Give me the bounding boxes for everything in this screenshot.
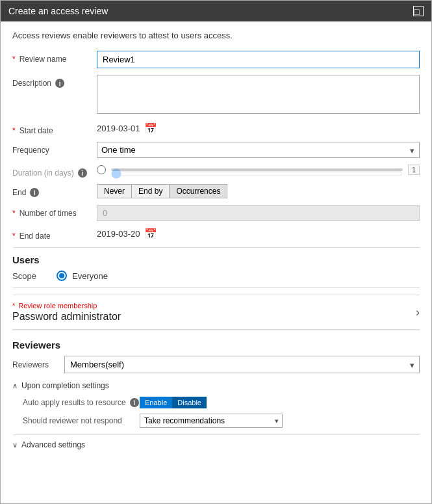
advanced-title: Advanced settings [21, 440, 85, 449]
end-date-calendar-icon[interactable]: 📅 [144, 228, 157, 240]
scope-row: Scope Everyone [12, 271, 420, 281]
start-date-calendar-icon[interactable]: 📅 [144, 122, 157, 135]
completion-section: ∧ Upon completion settings Auto apply re… [12, 381, 420, 428]
description-input[interactable] [97, 75, 420, 114]
reviewers-select[interactable]: Members(self) Managers Specific users [64, 356, 420, 373]
auto-apply-label: Auto apply results to resource i [23, 398, 140, 407]
start-date-label: * Start date [12, 122, 97, 135]
end-date-row: * End date 2019-03-20 📅 [12, 228, 420, 241]
review-name-label: * Review name [12, 51, 97, 64]
role-value: Password administrator [12, 311, 121, 323]
description-info-icon: i [55, 79, 64, 88]
scope-label: Scope [12, 271, 51, 281]
auto-apply-info-icon: i [130, 398, 139, 407]
completion-header[interactable]: ∧ Upon completion settings [12, 381, 420, 390]
review-name-control [97, 51, 420, 68]
not-respond-row: Should reviewer not respond Take recomme… [23, 414, 420, 428]
description-label: Description i [12, 75, 97, 88]
role-sublabel: * Review role membership [12, 302, 121, 310]
frequency-select[interactable]: One time Weekly Monthly Quarterly Annual… [97, 142, 420, 158]
not-respond-label: Should reviewer not respond [23, 416, 140, 425]
divider-1 [12, 247, 420, 248]
completion-title: Upon completion settings [21, 381, 109, 390]
number-times-label: * Number of times [12, 205, 97, 218]
auto-apply-row: Auto apply results to resource i Enable … [23, 397, 420, 408]
window-title: Create an access review [8, 6, 108, 16]
description-control [97, 75, 420, 116]
number-times-input[interactable]: 0 [97, 205, 420, 221]
end-date-value: 2019-03-20 [97, 229, 140, 239]
end-buttons-group: Never End by Occurrences [97, 184, 420, 198]
start-date-row: * Start date 2019-03-01 📅 [12, 122, 420, 135]
review-name-row: * Review name [12, 51, 420, 68]
end-occurrences-button[interactable]: Occurrences [170, 184, 227, 198]
duration-label: Duration (in days) i [12, 165, 97, 178]
divider-3 [12, 330, 420, 330]
duration-value: 1 [408, 165, 420, 175]
review-name-input[interactable] [97, 51, 420, 68]
end-date-control: 2019-03-20 📅 [97, 228, 420, 240]
form-content: Access reviews enable reviewers to attes… [1, 21, 431, 458]
frequency-label: Frequency [12, 142, 97, 155]
not-respond-control: Take recommendations Approve access Deny… [140, 414, 283, 428]
reviewers-select-wrapper: Members(self) Managers Specific users [64, 356, 420, 373]
end-never-button[interactable]: Never [97, 184, 132, 198]
scope-radio[interactable] [57, 271, 67, 281]
scope-value: Everyone [72, 271, 108, 281]
reviewers-row: Reviewers Members(self) Managers Specifi… [12, 356, 420, 373]
required-star: * [12, 55, 16, 64]
required-star-start: * [12, 126, 16, 135]
end-label: End i [12, 184, 97, 197]
end-control: Never End by Occurrences [97, 184, 420, 198]
role-info: * Review role membership Password admini… [12, 302, 121, 323]
duration-info-icon: i [78, 168, 87, 178]
end-endby-button[interactable]: End by [132, 184, 170, 198]
disable-button[interactable]: Disable [172, 397, 207, 408]
advanced-header[interactable]: ∨ Advanced settings [12, 440, 420, 449]
access-review-window: Create an access review □ Access reviews… [0, 0, 432, 504]
duration-control: 1 [97, 165, 420, 175]
start-date-value: 2019-03-01 [97, 124, 140, 133]
duration-range[interactable] [111, 168, 403, 179]
reviewers-title: Reviewers [12, 339, 420, 351]
auto-apply-buttons: Enable Disable [140, 397, 207, 408]
end-row: End i Never End by Occurrences [12, 184, 420, 198]
start-date-control: 2019-03-01 📅 [97, 122, 420, 135]
number-times-row: * Number of times 0 [12, 205, 420, 221]
number-times-control: 0 [97, 205, 420, 221]
end-date-label: * End date [12, 228, 97, 241]
required-star-role: * [12, 302, 15, 310]
required-star-end: * [12, 232, 16, 241]
reviewers-label: Reviewers [12, 360, 64, 369]
reviewers-section: Reviewers Reviewers Members(self) Manage… [12, 339, 420, 449]
advanced-section: ∨ Advanced settings [12, 434, 420, 449]
enable-button[interactable]: Enable [140, 397, 172, 408]
frequency-control: One time Weekly Monthly Quarterly Annual… [97, 142, 420, 158]
maximize-icon[interactable]: □ [413, 6, 424, 16]
title-bar: Create an access review □ [1, 1, 431, 21]
duration-slider[interactable] [111, 168, 403, 171]
role-row[interactable]: * Review role membership Password admini… [12, 295, 420, 330]
collapse-arrow-icon: ∧ [12, 382, 18, 390]
users-section: Users Scope Everyone * Review role membe… [12, 254, 420, 330]
description-row: Description i [12, 75, 420, 116]
users-title: Users [12, 254, 420, 265]
chevron-right-icon: › [416, 306, 420, 319]
scope-radio-inner [59, 273, 64, 278]
not-respond-select[interactable]: Take recommendations Approve access Deny… [140, 414, 283, 428]
duration-radio[interactable] [97, 165, 106, 174]
advanced-collapse-icon: ∨ [12, 441, 18, 449]
duration-row: Duration (in days) i 1 [12, 165, 420, 178]
frequency-row: Frequency One time Weekly Monthly Quarte… [12, 142, 420, 158]
required-star-times: * [12, 209, 16, 218]
subtitle: Access reviews enable reviewers to attes… [12, 31, 420, 40]
end-info-icon: i [30, 188, 39, 197]
divider-2 [12, 287, 420, 288]
